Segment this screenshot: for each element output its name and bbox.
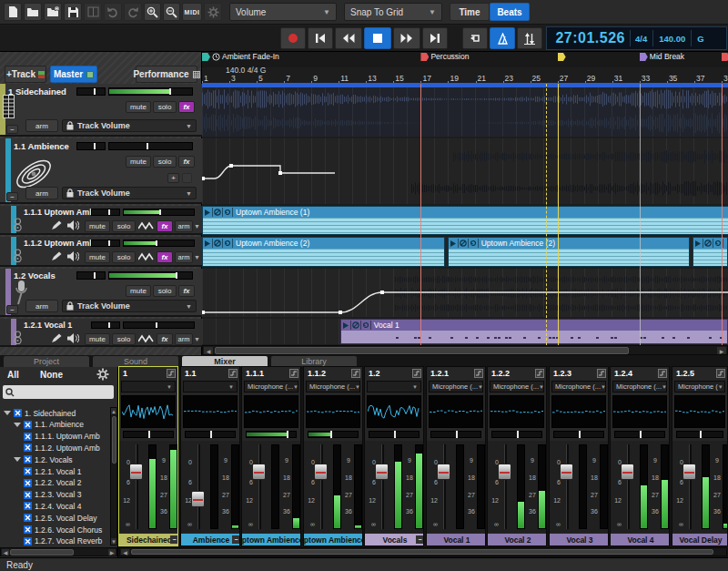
clip-mute-icon[interactable] <box>213 208 223 217</box>
fader-cap[interactable] <box>560 464 573 480</box>
automation-select[interactable]: Track Volume▼ <box>62 187 197 199</box>
routing-icon[interactable] <box>351 369 360 378</box>
add-plugin-button[interactable]: + <box>167 173 179 183</box>
fader-cap[interactable] <box>191 491 205 507</box>
input-select[interactable]: Microphone (...▼ <box>429 381 483 393</box>
strip-name[interactable]: Ambience− <box>181 534 240 546</box>
snap-select[interactable]: Snap To Grid▼ <box>344 3 442 21</box>
automation-param-select[interactable]: Volume▼ <box>229 3 337 21</box>
scroll-left-icon[interactable]: ◀ <box>121 549 129 555</box>
fx-button[interactable]: fx <box>178 285 195 297</box>
go-to-start-button[interactable] <box>308 27 333 49</box>
track-checkbox[interactable] <box>24 479 32 487</box>
track-lane[interactable]: Vocal 1 <box>202 319 728 344</box>
solo-button[interactable]: solo <box>112 220 136 232</box>
tree-item[interactable]: 1.2.6. Vocal Chorus <box>0 524 110 535</box>
track-lane[interactable]: Uptown Ambience (1) <box>202 206 728 235</box>
tree-item[interactable]: 1.1. Ambience <box>0 419 110 431</box>
zoom-out-icon[interactable] <box>163 3 180 21</box>
zoom-in-icon[interactable] <box>144 3 161 21</box>
import-button[interactable] <box>44 3 62 21</box>
fader-cap[interactable] <box>621 464 634 480</box>
clip-play-icon[interactable] <box>203 239 213 248</box>
input-select[interactable]: Microphone (▼ <box>674 381 725 393</box>
solo-button[interactable]: solo <box>153 285 177 297</box>
clip-loop-icon[interactable] <box>361 321 371 330</box>
track-checkbox[interactable] <box>24 537 32 546</box>
track-lane[interactable] <box>202 87 728 137</box>
pan-slider[interactable] <box>614 431 665 438</box>
clip-play-icon[interactable] <box>693 239 703 248</box>
fader-track[interactable] <box>381 444 384 529</box>
open-file-button[interactable] <box>24 3 42 21</box>
fast-forward-button[interactable] <box>393 27 420 49</box>
track-volume-slider[interactable] <box>76 142 193 150</box>
track-lane[interactable]: Uptown Ambience (2)Uptown Ambience (2)Up… <box>202 237 728 267</box>
clip-loop-icon[interactable] <box>223 208 233 217</box>
track-volume-slider[interactable] <box>91 321 195 329</box>
midi-learn-button[interactable]: MIDI <box>182 3 202 21</box>
arm-button[interactable]: arm <box>25 187 58 199</box>
collapse-button[interactable]: − <box>6 305 18 314</box>
mute-button[interactable]: mute <box>85 220 110 232</box>
rewind-button[interactable] <box>335 27 362 49</box>
track-volume-slider[interactable] <box>76 271 193 280</box>
track-checkbox[interactable] <box>24 525 32 534</box>
strip-collapse-button[interactable]: − <box>170 535 178 544</box>
track-volume-slider[interactable] <box>91 209 195 216</box>
search-input[interactable] <box>3 385 114 399</box>
strip-name[interactable]: Vocals− <box>365 534 424 546</box>
add-track-button[interactable]: +Track <box>5 66 46 83</box>
arm-button[interactable]: arm <box>25 300 58 312</box>
solo-button[interactable]: solo <box>112 251 136 263</box>
fader-cap[interactable] <box>375 464 389 480</box>
track-checkbox[interactable] <box>24 455 32 464</box>
pan-slider[interactable] <box>123 431 174 438</box>
strip-name[interactable]: Vocal 2 <box>488 534 547 546</box>
pan-slider[interactable] <box>246 431 297 438</box>
fx-button[interactable]: fx <box>157 251 173 263</box>
clip-play-icon[interactable] <box>203 208 213 217</box>
track-checkbox[interactable] <box>24 514 32 522</box>
track-checkbox[interactable] <box>24 491 32 499</box>
track-lane[interactable] <box>202 269 728 317</box>
fader-cap[interactable] <box>314 464 328 480</box>
split-pane-button[interactable] <box>84 3 102 21</box>
fader-cap[interactable] <box>437 464 450 480</box>
pan-slider[interactable] <box>369 431 420 438</box>
pan-slider[interactable] <box>430 431 481 438</box>
clip-loop-icon[interactable] <box>713 239 723 248</box>
routing-icon[interactable] <box>658 369 667 378</box>
pan-slider[interactable] <box>491 431 542 438</box>
track-header-row[interactable]: 1.1.2 Uptown Ambie...mutesolofxarm▼ <box>0 237 202 267</box>
scroll-down-icon[interactable]: ▼ <box>111 538 116 545</box>
tree-item[interactable]: 1.2.4. Vocal 4 <box>0 500 110 512</box>
strip-name[interactable]: Vocal 1 <box>427 534 486 546</box>
clip-mute-icon[interactable] <box>703 239 713 248</box>
input-select[interactable]: ▼ <box>121 381 176 393</box>
tree-item[interactable]: 1.2.7. Vocal Reverb <box>0 535 110 546</box>
beats-mode-button[interactable]: Beats <box>490 3 530 21</box>
tree-caret-icon[interactable] <box>4 411 11 415</box>
fader-cap[interactable] <box>498 464 511 480</box>
track-header-row[interactable]: 1.1.1 Uptown Ambie...mutesolofxarm▼ <box>0 206 202 235</box>
track-header-row[interactable]: 1 SidechainedmutesolofxarmTrack Volume▼− <box>0 84 202 137</box>
draw-tool-icon[interactable] <box>51 333 62 343</box>
track-checkbox[interactable] <box>24 502 32 510</box>
routing-icon[interactable] <box>535 369 544 378</box>
tree-hscrollbar[interactable]: ◀ ▶ <box>0 547 117 556</box>
strip-name[interactable]: Sidechained− <box>119 534 178 546</box>
track-volume-slider[interactable] <box>91 240 195 247</box>
new-file-button[interactable] <box>4 3 22 21</box>
arm-button[interactable]: arm <box>175 220 193 232</box>
time-mode-button[interactable]: Time <box>450 3 490 21</box>
input-select[interactable]: Microphone (...▼ <box>490 381 544 393</box>
clip-play-icon[interactable] <box>341 321 351 330</box>
select-all-button[interactable]: All <box>7 370 19 380</box>
track-checkbox[interactable] <box>14 409 22 417</box>
monitor-speaker-icon[interactable] <box>67 251 79 261</box>
tree-item[interactable]: 1.2.3. Vocal 3 <box>0 489 110 501</box>
tree-item[interactable]: 1.1.1. Uptown Amb <box>0 431 110 443</box>
record-button[interactable] <box>280 27 306 49</box>
track-header-row[interactable]: 1.2 VocalsmutesolofxarmTrack Volume▼− <box>0 269 202 317</box>
